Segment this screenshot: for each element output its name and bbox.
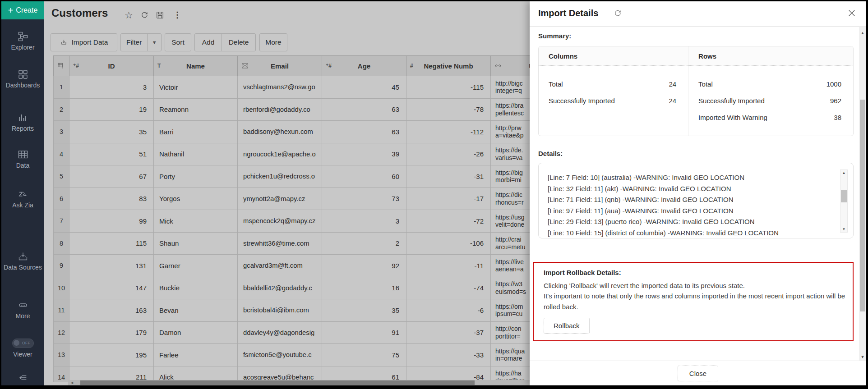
- modal-backdrop-overlay: [44, 1, 530, 385]
- stat-value: 24: [669, 97, 676, 105]
- data-icon: [18, 149, 28, 160]
- stat-label: Imported With Warning: [698, 114, 767, 121]
- close-button[interactable]: Close: [678, 366, 718, 381]
- stat-value: 962: [830, 97, 841, 105]
- sidebar-item-label: Data Sources: [1, 264, 44, 271]
- collapse-sidebar-button[interactable]: [1, 373, 44, 384]
- sidebar: + Create ExplorerDashboardsReportsDataAs…: [1, 1, 44, 385]
- modal-scrollbar-thumb[interactable]: [860, 100, 865, 311]
- more-icon: [18, 300, 28, 311]
- toggle-knob-icon: [14, 340, 19, 346]
- viewer-toggle-state: OFF: [22, 341, 31, 345]
- modal-scroll-down-arrow-icon[interactable]: ▼: [859, 355, 866, 359]
- explorer-icon: [18, 31, 28, 42]
- stat-value: 1000: [826, 80, 841, 88]
- summary-section-header: Rows: [688, 46, 853, 66]
- warning-line: [Line: 7 Field: 10] (australia) -WARNING…: [548, 172, 832, 183]
- rollback-description: Clicking 'Rollback' will revert the impo…: [544, 280, 845, 312]
- sidebar-item-label: Ask Zia: [1, 201, 44, 209]
- sidebar-item-explorer[interactable]: Explorer: [1, 31, 44, 51]
- sidebar-item-label: Dashboards: [1, 82, 44, 89]
- create-button[interactable]: + Create: [1, 1, 44, 19]
- modal-scroll-up-arrow-icon[interactable]: ▲: [859, 31, 866, 35]
- data-sources-icon: [18, 251, 28, 262]
- modal-footer: Close: [530, 361, 866, 385]
- rollback-description-line1: Clicking 'Rollback' will revert the impo…: [544, 280, 845, 291]
- warning-line: [Line: 71 Field: 11] (qnb) -WARNING: Inv…: [548, 194, 832, 206]
- dashboards-icon: [18, 69, 28, 80]
- sidebar-item-ask-zia[interactable]: Ask Zia: [1, 189, 44, 209]
- sidebar-item-data[interactable]: Data: [1, 149, 44, 169]
- ask-zia-icon: [18, 189, 28, 200]
- refresh-import-details-icon[interactable]: [614, 9, 622, 19]
- details-label: Details:: [538, 150, 854, 157]
- stat-label: Successfully Imported: [698, 97, 765, 105]
- stat-label: Total: [698, 80, 713, 88]
- warning-line: [Line: 97 Field: 11] (aua) -WARNING: Inv…: [548, 206, 832, 217]
- section-divider: [538, 254, 856, 254]
- sidebar-item-label: Explorer: [1, 44, 44, 51]
- create-label: Create: [16, 6, 37, 14]
- summary-columns-section: ColumnsTotal24Successfully Imported24: [539, 46, 688, 136]
- rollback-title: Import Rollback Details:: [544, 269, 845, 276]
- summary-stat-row: Successfully Imported962: [688, 92, 853, 109]
- modal-title: Import Details: [538, 8, 598, 18]
- collapse-arrow-icon: [18, 373, 28, 383]
- sidebar-item-reports[interactable]: Reports: [1, 112, 44, 132]
- rollback-button[interactable]: Rollback: [544, 318, 590, 334]
- scroll-down-arrow-icon[interactable]: ▼: [840, 227, 847, 231]
- stat-value: 24: [669, 80, 676, 88]
- warning-line: [Line: 29 Field: 13] (puerto rico) -WARN…: [548, 216, 832, 228]
- sidebar-item-dashboards[interactable]: Dashboards: [1, 69, 44, 89]
- app-window: + Create ExplorerDashboardsReportsDataAs…: [1, 1, 866, 385]
- import-details-modal: Import Details Summary: ColumnsTotal24Su…: [530, 1, 866, 385]
- summary-stat-row: Total24: [539, 76, 688, 92]
- viewer-label: Viewer: [1, 351, 44, 358]
- viewer-toggle[interactable]: OFF: [12, 339, 34, 348]
- sidebar-item-label: Reports: [1, 125, 44, 132]
- stat-label: Total: [549, 80, 563, 88]
- details-scrollbar-thumb[interactable]: [841, 190, 847, 202]
- stat-label: Successfully Imported: [549, 97, 615, 105]
- summary-rows-section: RowsTotal1000Successfully Imported962Imp…: [688, 46, 853, 136]
- import-rollback-highlight-box: Import Rollback Details: Clicking 'Rollb…: [533, 262, 854, 341]
- summary-section-header: Columns: [539, 46, 688, 66]
- close-icon[interactable]: [847, 9, 856, 19]
- summary-label: Summary:: [538, 32, 854, 40]
- sidebar-item-label: More: [1, 312, 44, 320]
- sidebar-item-data-sources[interactable]: Data Sources: [1, 251, 44, 271]
- modal-scrollbar[interactable]: ▲ ▼: [859, 27, 866, 361]
- details-scrollbar[interactable]: ▲ ▼: [840, 169, 848, 233]
- warning-list: [Line: 7 Field: 10] (australia) -WARNING…: [548, 172, 832, 238]
- scroll-up-arrow-icon[interactable]: ▲: [840, 171, 847, 175]
- sidebar-item-more[interactable]: More: [1, 300, 44, 320]
- modal-header: Import Details: [530, 1, 866, 27]
- rollback-description-line2: It's important to note that only the row…: [544, 291, 845, 312]
- summary-box: ColumnsTotal24Successfully Imported24 Ro…: [538, 46, 854, 136]
- details-box: [Line: 7 Field: 10] (australia) -WARNING…: [538, 163, 854, 238]
- summary-stat-row: Total1000: [688, 76, 853, 92]
- summary-stat-row: Successfully Imported24: [539, 92, 688, 109]
- stat-value: 38: [834, 114, 841, 121]
- modal-body: Summary: ColumnsTotal24Successfully Impo…: [530, 27, 859, 361]
- reports-icon: [18, 112, 28, 123]
- sidebar-item-label: Data: [1, 162, 44, 169]
- warning-line: [Line: 10 Field: 15] (district of columb…: [548, 228, 832, 239]
- summary-stat-row: Imported With Warning38: [688, 109, 853, 126]
- viewer-toggle-block: OFF Viewer: [1, 339, 44, 358]
- warning-line: [Line: 32 Field: 11] (akt) -WARNING: Inv…: [548, 183, 832, 195]
- plus-icon: +: [8, 6, 14, 15]
